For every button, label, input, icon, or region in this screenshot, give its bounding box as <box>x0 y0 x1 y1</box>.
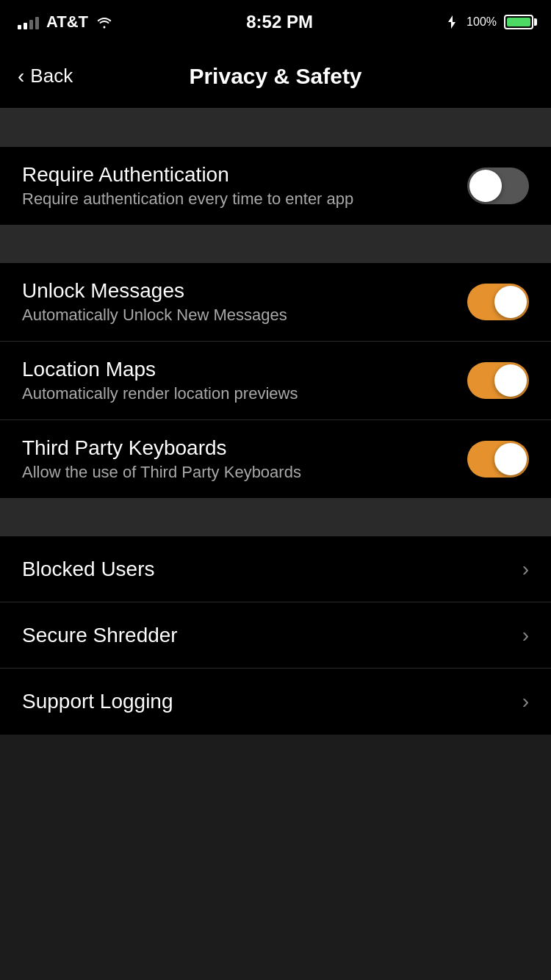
location-maps-title: Location Maps <box>22 358 467 381</box>
wifi-icon <box>96 15 113 29</box>
section-spacer-3 <box>0 498 551 536</box>
blocked-users-label: Blocked Users <box>22 558 155 581</box>
unlock-messages-toggle[interactable] <box>467 284 529 320</box>
location-icon <box>446 15 459 29</box>
authentication-subtitle: Require authentication every time to ent… <box>22 190 467 209</box>
third-party-keyboards-toggle-knob <box>494 443 527 475</box>
back-button[interactable]: ‹ Back <box>18 65 73 88</box>
nav-items-section: Blocked Users › Secure Shredder › Suppor… <box>0 536 551 735</box>
signal-bars <box>18 15 39 29</box>
status-right: 100% <box>446 15 533 29</box>
status-bar: AT&T 8:52 PM 100% <box>0 0 551 44</box>
unlock-messages-title: Unlock Messages <box>22 279 467 303</box>
time-display: 8:52 PM <box>246 12 313 32</box>
third-party-keyboards-row: Third Party Keyboards Allow the use of T… <box>0 420 551 498</box>
section-spacer-1 <box>0 109 551 147</box>
toggles-section: Unlock Messages Automatically Unlock New… <box>0 263 551 498</box>
location-maps-row: Location Maps Automatically render locat… <box>0 342 551 420</box>
secure-shredder-label: Secure Shredder <box>22 624 178 647</box>
unlock-messages-toggle-knob <box>494 286 527 318</box>
back-chevron-icon: ‹ <box>18 65 24 88</box>
support-logging-row[interactable]: Support Logging › <box>0 669 551 735</box>
secure-shredder-chevron-icon: › <box>522 624 529 647</box>
location-maps-subtitle: Automatically render location previews <box>22 384 467 403</box>
page-title: Privacy & Safety <box>189 64 361 89</box>
blocked-users-chevron-icon: › <box>522 558 529 581</box>
authentication-row: Require Authentication Require authentic… <box>0 147 551 225</box>
third-party-keyboards-subtitle: Allow the use of Third Party Keyboards <box>22 463 467 482</box>
third-party-keyboards-toggle[interactable] <box>467 441 529 478</box>
unlock-messages-text: Unlock Messages Automatically Unlock New… <box>22 279 467 325</box>
authentication-toggle[interactable] <box>467 167 529 204</box>
authentication-text: Require Authentication Require authentic… <box>22 163 467 209</box>
support-logging-chevron-icon: › <box>522 690 529 713</box>
battery-indicator <box>504 15 533 29</box>
location-maps-toggle[interactable] <box>467 362 529 399</box>
nav-bar: ‹ Back Privacy & Safety <box>0 44 551 109</box>
support-logging-label: Support Logging <box>22 690 173 713</box>
secure-shredder-row[interactable]: Secure Shredder › <box>0 602 551 669</box>
battery-percentage: 100% <box>467 15 497 29</box>
unlock-messages-subtitle: Automatically Unlock New Messages <box>22 306 467 325</box>
third-party-keyboards-text: Third Party Keyboards Allow the use of T… <box>22 436 467 482</box>
location-maps-toggle-knob <box>494 364 527 397</box>
authentication-title: Require Authentication <box>22 163 467 187</box>
unlock-messages-row: Unlock Messages Automatically Unlock New… <box>0 263 551 342</box>
blocked-users-row[interactable]: Blocked Users › <box>0 536 551 602</box>
carrier-label: AT&T <box>46 12 88 32</box>
back-label: Back <box>30 65 73 87</box>
authentication-section: Require Authentication Require authentic… <box>0 147 551 225</box>
section-spacer-2 <box>0 225 551 263</box>
location-maps-text: Location Maps Automatically render locat… <box>22 358 467 403</box>
third-party-keyboards-title: Third Party Keyboards <box>22 436 467 460</box>
status-left: AT&T <box>18 12 113 32</box>
bottom-area <box>0 735 551 955</box>
authentication-toggle-knob <box>469 170 502 202</box>
